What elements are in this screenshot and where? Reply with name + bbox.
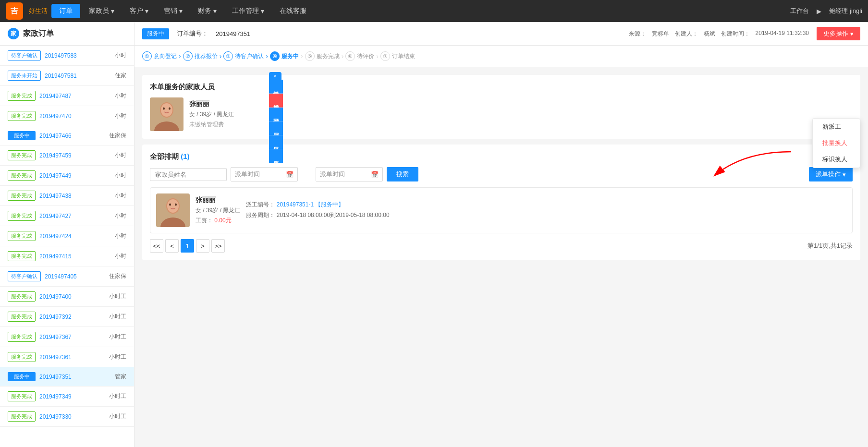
list-item[interactable]: 服务完成 2019497415 小时 [0, 246, 134, 266]
order-no: 2019497351 [216, 30, 250, 37]
side-tab-dispatch[interactable]: 派单排期 [269, 94, 283, 108]
status-badge: 服务完成 [8, 111, 36, 121]
dispatch-id: 2019497351-1 [277, 201, 314, 208]
service-staff-section: 本单服务的家政人员 张丽丽 [142, 75, 860, 139]
order-id: 2019497427 [39, 213, 111, 219]
sidebar-icon: 家 [8, 28, 19, 39]
progress-step-4: ④ 服务中 [270, 51, 299, 61]
staff-name: 张丽丽 [189, 100, 234, 109]
order-type: 小时 [115, 112, 126, 120]
list-item[interactable]: 服务完成 2019497487 小时 [0, 86, 134, 106]
order-type: 管家 [115, 373, 126, 381]
search-button[interactable]: 搜索 [387, 167, 418, 181]
list-item[interactable]: 服务完成 2019497438 小时 [0, 186, 134, 206]
right-panel: × 订单详情 派单排期 面试记录 订单合同 订单日志 订单备注 服务中 订单编号… [134, 22, 868, 447]
status-badge: 服务完成 [8, 391, 36, 401]
logo: 吉 [6, 2, 23, 20]
nav-staff[interactable]: 家政员 ▾ [82, 4, 121, 18]
order-type: 小时工 [109, 292, 126, 301]
nav-online-service[interactable]: 在线客服 [273, 4, 313, 18]
status-badge: 服务未开始 [8, 71, 41, 81]
status-badge: 服务完成 [8, 291, 36, 302]
list-item[interactable]: 服务完成 2019497400 小时工 [0, 287, 134, 307]
dropdown-batch-replace[interactable]: 批量换人 [813, 135, 860, 151]
dropdown-new-dispatch[interactable]: 新派工 [813, 119, 860, 135]
list-item[interactable]: 服务未开始 2019497581 住家 [0, 66, 134, 86]
progress-step-6: ⑥ 待评价 [345, 51, 374, 61]
schedule-staff-name: 张丽丽 [196, 196, 240, 205]
staff-name-input[interactable] [150, 168, 227, 181]
status-badge: 待客户确认 [8, 50, 41, 60]
side-tab-note[interactable]: 订单备注 [269, 149, 283, 163]
order-meta: 来源： 竞标单 创建人： 杨斌 创建时间： 2019-04-19 11:32:3… [629, 30, 809, 38]
avatar [150, 97, 183, 131]
list-item[interactable]: 服务中 2019497466 住家保 [0, 126, 134, 145]
dispatch-info: 派工编号： 2019497351-1 【服务中】 服务周期： 2019-04-1… [246, 200, 846, 220]
schedule-count: (1) [181, 152, 189, 160]
order-type: 小时 [115, 51, 126, 60]
staff-info: 张丽丽 女 / 39岁 / 黑龙江 未缴纳管理费 [189, 100, 234, 129]
svg-point-9 [167, 199, 179, 213]
order-type: 住家 [115, 72, 126, 80]
status-badge: 服务中 [8, 131, 36, 140]
dispatch-status: 【服务中】 [315, 201, 344, 208]
page-info: 第1/1页,共1记录 [807, 242, 853, 250]
avatar [156, 193, 190, 227]
status-badge: 服务完成 [8, 150, 36, 160]
status-badge: 服务完成 [8, 91, 36, 101]
close-side-tab[interactable]: × [269, 72, 281, 80]
date-end-input[interactable]: 派单时间 📅 [316, 167, 383, 181]
list-item[interactable]: 服务完成 2019497367 小时工 [0, 327, 134, 347]
progress-step-2: ② 推荐报价 [183, 51, 218, 61]
nav-finance[interactable]: 财务 ▾ [191, 4, 223, 18]
nav-work-manage[interactable]: 工作管理 ▾ [225, 4, 271, 18]
order-type: 小时工 [109, 353, 126, 361]
side-tab-interview[interactable]: 面试记录 [269, 108, 283, 121]
list-item[interactable]: 服务完成 2019497470 小时 [0, 106, 134, 126]
nav-customer[interactable]: 客户 ▾ [123, 4, 155, 18]
page-last-button[interactable]: >> [211, 239, 225, 253]
sidebar-title: 家政订单 [23, 29, 54, 39]
list-item[interactable]: 服务完成 2019497349 小时工 [0, 387, 134, 407]
order-id: 2019497438 [39, 193, 111, 199]
side-tab-order-detail[interactable]: 订单详情 [269, 80, 283, 94]
list-item[interactable]: 服务完成 2019497449 小时 [0, 166, 134, 186]
order-id: 2019497349 [39, 393, 105, 400]
page-first-button[interactable]: << [150, 239, 163, 253]
order-header-bar: 服务中 订单编号： 2019497351 来源： 竞标单 创建人： 杨斌 创建时… [134, 22, 868, 46]
workbench-btn[interactable]: 工作台 [790, 7, 809, 15]
order-id: 2019497392 [39, 314, 105, 320]
list-item[interactable]: 待客户确认 2019497583 小时 [0, 46, 134, 66]
dropdown-menu: 新派工 批量换人 标识换人 [812, 118, 860, 168]
list-item[interactable]: 服务完成 2019497459 小时 [0, 145, 134, 166]
order-id: 2019497400 [39, 293, 105, 300]
page-current[interactable]: 1 [181, 239, 194, 253]
main-content: 本单服务的家政人员 张丽丽 [134, 67, 868, 447]
dropdown-mark-replace[interactable]: 标识换人 [813, 151, 860, 168]
nav-orders-tab[interactable]: 订单 [51, 4, 80, 18]
list-item[interactable]: 服务中 2019497351 管家 [0, 367, 134, 387]
order-type: 小时工 [109, 392, 126, 400]
progress-step-1: ① 意向登记 [142, 51, 177, 61]
pagination: << < 1 > >> 第1/1页,共1记录 [150, 239, 853, 253]
status-badge: 服务完成 [8, 251, 36, 261]
list-item[interactable]: 服务完成 2019497392 小时工 [0, 307, 134, 327]
more-operations-button[interactable]: 更多操作 ▾ [817, 27, 860, 40]
source-value: 竞标单 [652, 30, 669, 38]
order-id: 2019497424 [39, 233, 111, 240]
list-item[interactable]: 服务完成 2019497330 小时工 [0, 407, 134, 427]
list-item[interactable]: 服务完成 2019497427 小时 [0, 206, 134, 226]
page-next-button[interactable]: > [196, 239, 209, 253]
list-item[interactable]: 服务完成 2019497361 小时工 [0, 347, 134, 367]
dispatch-operation-button[interactable]: 派单操作 ▾ [809, 167, 853, 181]
service-staff-title: 本单服务的家政人员 [150, 83, 853, 92]
schedule-row: 张丽丽 女 / 39岁 / 黑龙江 工资： 0.00元 派工编号： 201949… [150, 187, 853, 233]
side-tab-log[interactable]: 订单日志 [269, 135, 283, 149]
date-start-input[interactable]: 派单时间 📅 [231, 167, 298, 181]
page-prev-button[interactable]: < [165, 239, 179, 253]
side-tab-contract[interactable]: 订单合同 [269, 121, 283, 135]
list-item[interactable]: 待客户确认 2019497405 住家保 [0, 266, 134, 287]
order-type: 住家保 [109, 132, 126, 140]
nav-marketing[interactable]: 营销 ▾ [157, 4, 189, 18]
list-item[interactable]: 服务完成 2019497424 小时 [0, 226, 134, 246]
